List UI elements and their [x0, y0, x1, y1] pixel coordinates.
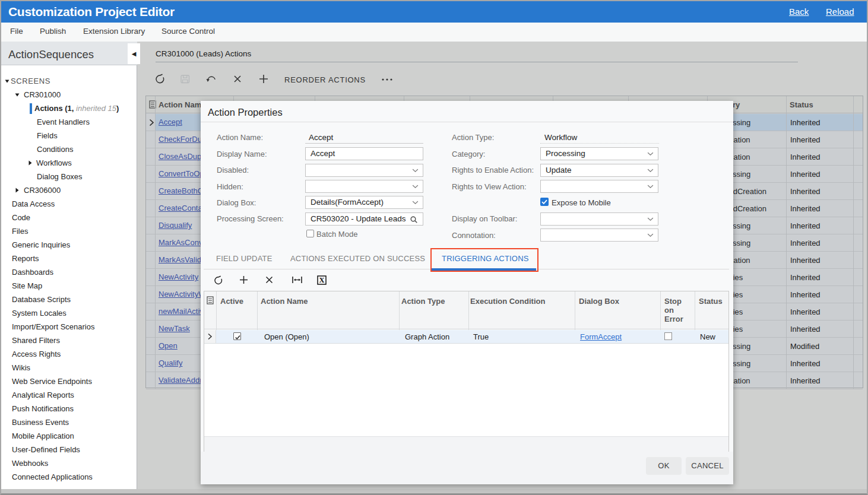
svg-text:X: X	[319, 276, 324, 284]
